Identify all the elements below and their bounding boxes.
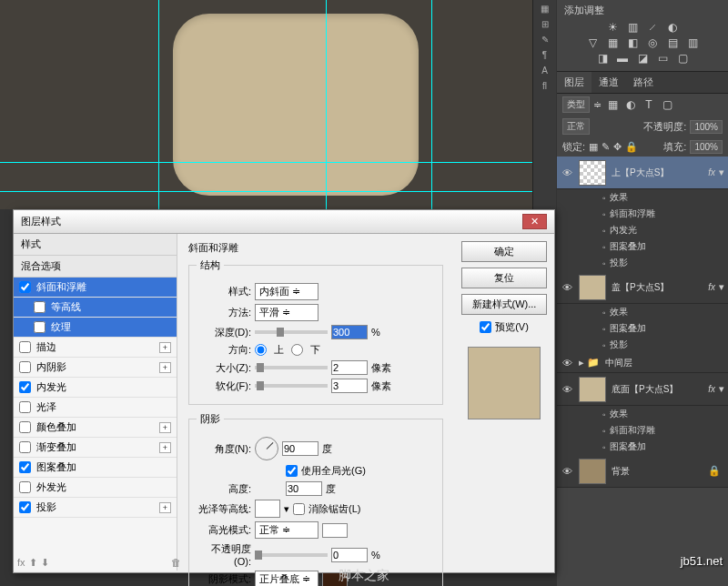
tab-layers[interactable]: 图层	[557, 72, 592, 93]
exposure-icon[interactable]: ◐	[665, 21, 680, 34]
tool-icon[interactable]: ⊞	[541, 19, 549, 29]
effect-item[interactable]: 效果	[557, 406, 728, 422]
selective-icon[interactable]: ▢	[675, 52, 690, 65]
highlight-color[interactable]	[322, 523, 348, 538]
dialog-titlebar[interactable]: 图层样式 ✕	[14, 210, 554, 234]
gloss-contour[interactable]	[255, 500, 280, 518]
lock-all-icon[interactable]: 🔒	[625, 141, 638, 153]
styles-header[interactable]: 样式	[14, 234, 177, 256]
layer-row[interactable]: 👁 盖【P大点S】 fx ▾	[557, 271, 728, 304]
dir-down-radio[interactable]	[291, 344, 303, 356]
visibility-icon[interactable]: 👁	[561, 466, 573, 477]
filter-icon[interactable]: ▢	[660, 98, 674, 111]
fx-badge[interactable]: fx	[708, 167, 715, 177]
layer-name[interactable]: 中间层	[605, 357, 724, 369]
fx-badge[interactable]: fx	[708, 282, 715, 292]
soften-slider[interactable]	[255, 384, 328, 388]
style-satin[interactable]: 光泽	[14, 398, 177, 418]
style-checkbox[interactable]	[19, 361, 31, 373]
effect-item[interactable]: 效果	[557, 304, 728, 320]
visibility-icon[interactable]: 👁	[561, 167, 573, 178]
style-checkbox[interactable]	[19, 381, 31, 393]
style-checkbox[interactable]	[19, 461, 31, 473]
highlight-opacity-slider[interactable]	[255, 553, 328, 557]
opacity-value[interactable]: 100%	[690, 120, 723, 134]
layer-name[interactable]: 上【P大点S】	[612, 167, 708, 179]
highlight-opacity-input[interactable]: 0	[331, 548, 368, 562]
style-checkbox[interactable]	[19, 341, 31, 353]
angle-input[interactable]: 90	[282, 441, 318, 456]
blend-options[interactable]: 混合选项	[14, 256, 177, 278]
effect-item[interactable]: 投影	[557, 337, 728, 353]
effect-item[interactable]: 斜面和浮雕	[557, 422, 728, 439]
tool-icon[interactable]: ▦	[541, 4, 549, 14]
altitude-input[interactable]: 30	[286, 481, 322, 496]
tool-icon[interactable]: ¶	[542, 50, 547, 60]
close-icon[interactable]: ✕	[522, 214, 547, 229]
style-checkbox[interactable]	[19, 481, 31, 493]
antialias-checkbox[interactable]	[293, 503, 305, 515]
fx-badge[interactable]: fx	[708, 384, 715, 394]
tab-paths[interactable]: 路径	[626, 72, 661, 93]
filter-icon[interactable]: T	[642, 98, 656, 111]
brightness-icon[interactable]: ☀	[605, 21, 620, 34]
layers-list[interactable]: 👁 上【P大点S】 fx ▾ 效果 斜面和浮雕 内发光 图案叠加 投影 👁 盖【…	[557, 157, 728, 488]
style-stroke[interactable]: 描边+	[14, 338, 177, 358]
style-bevel[interactable]: 斜面和浮雕	[14, 278, 177, 298]
kind-filter[interactable]: 类型	[562, 96, 590, 113]
invert-icon[interactable]: ◨	[595, 52, 610, 65]
global-light-checkbox[interactable]	[286, 465, 298, 477]
posterize-icon[interactable]: ▬	[615, 52, 630, 65]
new-style-button[interactable]: 新建样式(W)...	[461, 294, 547, 315]
style-checkbox[interactable]	[19, 421, 31, 433]
style-contour[interactable]: 等高线	[14, 298, 177, 318]
effect-item[interactable]: 效果	[557, 189, 728, 206]
style-gradient-overlay[interactable]: 渐变叠加+	[14, 438, 177, 458]
tab-channels[interactable]: 通道	[592, 72, 626, 93]
dir-up-radio[interactable]	[255, 344, 267, 356]
style-inner-glow[interactable]: 内发光	[14, 378, 177, 398]
lookup-icon[interactable]: ▥	[685, 36, 700, 49]
depth-input[interactable]: 300	[331, 325, 368, 339]
layer-thumb[interactable]	[579, 459, 606, 484]
tool-icon[interactable]: ✎	[541, 35, 549, 45]
layer-name[interactable]: 背景	[612, 465, 708, 478]
depth-slider[interactable]	[255, 330, 328, 334]
style-texture[interactable]: 纹理	[14, 318, 177, 338]
style-outer-glow[interactable]: 外发光	[14, 478, 177, 498]
add-icon[interactable]: +	[159, 442, 171, 453]
lock-trans-icon[interactable]: ▦	[589, 141, 598, 153]
tool-icon[interactable]: fl	[542, 81, 547, 91]
layer-thumb[interactable]	[579, 160, 606, 186]
style-pattern-overlay[interactable]: 图案叠加	[14, 458, 177, 478]
effect-item[interactable]: 图案叠加	[557, 320, 728, 337]
lock-pos-icon[interactable]: ✥	[613, 141, 622, 153]
add-icon[interactable]: +	[159, 362, 171, 373]
effect-item[interactable]: 图案叠加	[557, 439, 728, 455]
effect-item[interactable]: 斜面和浮雕	[557, 206, 728, 222]
bw-icon[interactable]: ◧	[625, 36, 640, 49]
effect-item[interactable]: 图案叠加	[557, 238, 728, 255]
layer-row[interactable]: 👁 上【P大点S】 fx ▾	[557, 157, 728, 189]
effect-item[interactable]: 内发光	[557, 222, 728, 238]
preview-checkbox[interactable]	[480, 321, 491, 333]
tool-icon[interactable]: A	[541, 66, 548, 76]
layer-thumb[interactable]	[579, 377, 606, 402]
size-slider[interactable]	[255, 366, 328, 369]
visibility-icon[interactable]: 👁	[561, 282, 573, 293]
levels-icon[interactable]: ▥	[625, 21, 640, 34]
style-checkbox[interactable]	[19, 281, 31, 293]
add-icon[interactable]: +	[159, 502, 171, 513]
technique-select[interactable]: 平滑 ≑	[255, 304, 318, 321]
filter-icon[interactable]: ◐	[623, 98, 638, 111]
layer-name[interactable]: 盖【P大点S】	[612, 281, 708, 294]
vibrance-icon[interactable]: ▽	[585, 36, 600, 49]
mixer-icon[interactable]: ▤	[665, 36, 680, 49]
cancel-button[interactable]: 复位	[461, 268, 547, 288]
soften-input[interactable]: 3	[331, 379, 368, 393]
add-icon[interactable]: +	[159, 342, 171, 353]
angle-control[interactable]	[255, 437, 278, 460]
layer-row[interactable]: 👁 底面【P大点S】 fx ▾	[557, 373, 728, 406]
visibility-icon[interactable]: 👁	[561, 358, 573, 369]
canvas-area[interactable]	[0, 0, 532, 209]
